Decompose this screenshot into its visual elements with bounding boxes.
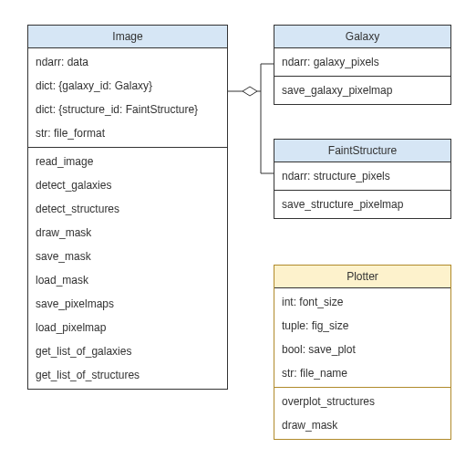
attr-row: ndarr: data [28,50,227,74]
class-galaxy-title: Galaxy [274,26,450,48]
class-plotter-methods: overplot_structures draw_mask [274,387,450,439]
method-row: load_pixelmap [28,316,227,339]
class-faintstructure-attributes: ndarr: structure_pixels [274,162,450,190]
attr-row: dict: {structure_id: FaintStructure} [28,98,227,121]
class-galaxy: Galaxy ndarr: galaxy_pixels save_galaxy_… [274,25,451,105]
method-row: save_mask [28,245,227,268]
uml-canvas: Image ndarr: data dict: {galaxy_id: Gala… [0,0,476,469]
attr-row: int: font_size [274,290,450,314]
class-plotter-title: Plotter [274,266,450,288]
attr-row: ndarr: galaxy_pixels [274,50,450,74]
attr-row: ndarr: structure_pixels [274,164,450,188]
class-plotter: Plotter int: font_size tuple: fig_size b… [274,265,451,440]
class-faintstructure: FaintStructure ndarr: structure_pixels s… [274,139,451,219]
class-image-title: Image [28,26,227,48]
class-image-methods: read_image detect_galaxies detect_struct… [28,147,227,389]
attr-row: bool: save_plot [274,338,450,361]
attr-row: dict: {galaxy_id: Galaxy} [28,74,227,98]
class-faintstructure-methods: save_structure_pixelmap [274,190,450,218]
method-row: load_mask [28,268,227,292]
class-image-attributes: ndarr: data dict: {galaxy_id: Galaxy} di… [28,48,227,147]
method-row: detect_structures [28,197,227,221]
method-row: save_structure_pixelmap [274,193,450,216]
attr-row: tuple: fig_size [274,314,450,338]
class-plotter-attributes: int: font_size tuple: fig_size bool: sav… [274,288,450,387]
attr-row: str: file_name [274,361,450,385]
class-galaxy-methods: save_galaxy_pixelmap [274,76,450,104]
method-row: overplot_structures [274,390,450,413]
class-image: Image ndarr: data dict: {galaxy_id: Gala… [27,25,228,390]
aggregation-diamond-icon [243,87,257,96]
method-row: detect_galaxies [28,173,227,197]
method-row: read_image [28,150,227,173]
method-row: get_list_of_structures [28,363,227,387]
method-row: save_galaxy_pixelmap [274,78,450,102]
method-row: get_list_of_galaxies [28,339,227,363]
method-row: save_pixelmaps [28,292,227,316]
class-galaxy-attributes: ndarr: galaxy_pixels [274,48,450,76]
method-row: draw_mask [28,221,227,245]
class-faintstructure-title: FaintStructure [274,140,450,162]
attr-row: str: file_format [28,121,227,145]
method-row: draw_mask [274,413,450,437]
